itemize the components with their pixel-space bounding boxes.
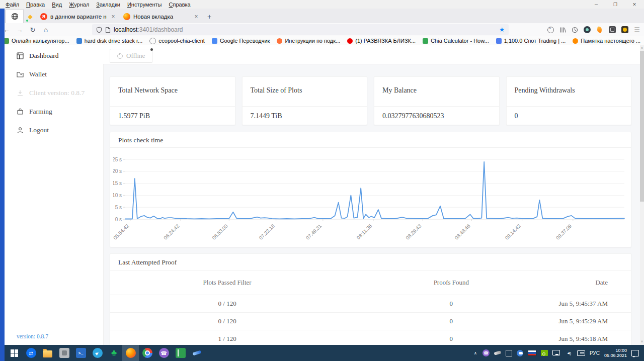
- reload-button[interactable]: [26, 26, 39, 34]
- bookmark-item[interactable]: Памятка настоящего ...: [569, 38, 644, 44]
- power-icon: [117, 53, 123, 59]
- extension-icon-2[interactable]: [596, 26, 603, 33]
- svg-text:08:48:46: 08:48:46: [454, 223, 472, 241]
- taskbar-powershell-button[interactable]: [72, 345, 89, 361]
- taskbar-firefox-button[interactable]: [122, 345, 139, 361]
- menu-item-6[interactable]: Справка: [166, 2, 194, 8]
- tray-box-icon[interactable]: [506, 350, 512, 356]
- bookmark-item[interactable]: ecopool-chia-client: [146, 38, 208, 44]
- translate-icon: [212, 38, 217, 44]
- new-tab-button[interactable]: [203, 10, 216, 23]
- offline-label: Offline: [126, 52, 145, 60]
- shield-icon[interactable]: [96, 27, 102, 33]
- home-button[interactable]: [39, 26, 52, 34]
- menu-item-2[interactable]: Вид: [48, 2, 65, 8]
- close-tab-icon[interactable]: [110, 13, 117, 20]
- download-icon: [17, 89, 24, 97]
- windows-taskbar: РУС10:0005.06.2021: [0, 345, 644, 361]
- tray-chevron-icon[interactable]: [473, 349, 478, 357]
- taskbar-telegram-button[interactable]: [89, 345, 106, 361]
- forward-button[interactable]: [13, 26, 26, 34]
- bookmarks-list: Онлайн калькулятор...hard disk drive sta…: [0, 38, 644, 44]
- table-title: Last Attempted Proof: [110, 254, 631, 270]
- extension-icon-4[interactable]: [621, 26, 628, 33]
- table-cell: 1 / 120: [110, 330, 344, 345]
- scroll-up-arrow[interactable]: [640, 45, 644, 50]
- url-text: localhost:3401/dashboard: [114, 26, 183, 33]
- extension-icon-3[interactable]: [609, 26, 616, 33]
- close-button[interactable]: [625, 0, 644, 9]
- tray-cloud-icon[interactable]: [517, 350, 523, 356]
- bookmark-item[interactable]: Google Переводчик: [208, 38, 274, 44]
- taskbar-viber-button[interactable]: [155, 345, 172, 361]
- column-header: Plots Passed Filter: [110, 270, 344, 295]
- bookmark-item[interactable]: Инструкции по подк...: [273, 38, 344, 44]
- farming-icon: [17, 108, 24, 115]
- tray-volume-icon[interactable]: [565, 349, 573, 357]
- stat-card-value: 7.1449 TiB: [243, 107, 367, 126]
- svg-text:09:37:09: 09:37:09: [555, 223, 573, 241]
- bookmark-item[interactable]: hard disk drive stack r...: [73, 38, 146, 44]
- restore-button[interactable]: [606, 0, 625, 9]
- pocket-icon[interactable]: [547, 27, 554, 33]
- taskbar-brush-button[interactable]: [189, 345, 205, 361]
- taskbar-start-button[interactable]: [6, 345, 23, 361]
- bookmark-item[interactable]: Онлайн калькулятор...: [0, 38, 73, 44]
- powershell-icon: [76, 348, 86, 358]
- extension-icon-1[interactable]: [584, 26, 591, 33]
- sidebar-item-wallet[interactable]: Wallet: [5, 65, 103, 83]
- chia-leaf-icon: [423, 38, 428, 44]
- tray-notifications-icon[interactable]: [631, 350, 639, 356]
- tab-yandex[interactable]: в данном варианте не капать: [37, 10, 120, 23]
- offline-button[interactable]: Offline: [110, 49, 152, 63]
- menu-item-3[interactable]: Журнал: [65, 2, 93, 8]
- tray-nvidia-icon[interactable]: [541, 350, 548, 356]
- url-bar[interactable]: localhost:3401/dashboard: [92, 24, 509, 35]
- stat-card-title: Pending Withdrawals: [507, 77, 631, 107]
- graybox-icon: [59, 348, 69, 358]
- globe-icon: [149, 38, 156, 44]
- table-row: 0 / 1200Jun 5, 9:45:29 AM: [110, 313, 631, 330]
- tray-flag-icon[interactable]: [528, 350, 536, 356]
- taskbar-graybox-button[interactable]: [56, 345, 72, 361]
- minimize-button[interactable]: [587, 0, 606, 9]
- sidebar-item-dashboard[interactable]: Dashboard: [5, 46, 103, 65]
- menu-item-4[interactable]: Закладки: [93, 2, 124, 8]
- tab-dashboard-active[interactable]: [6, 9, 24, 23]
- history-clock-icon[interactable]: [572, 27, 578, 33]
- taskbar-greenapp-button[interactable]: [106, 345, 122, 361]
- tab-pinned[interactable]: [24, 10, 37, 23]
- stat-card-title: Total Network Space: [110, 77, 235, 107]
- library-icon[interactable]: [559, 27, 566, 33]
- scroll-down-arrow[interactable]: [640, 339, 644, 344]
- bookmark-item[interactable]: Chia Calculator - How...: [419, 38, 493, 44]
- page-scrollbar[interactable]: [640, 45, 644, 345]
- menu-hamburger-icon[interactable]: [634, 26, 640, 34]
- bookmark-item[interactable]: (1) РАЗВЯЗКА БЛИЗК...: [344, 38, 419, 44]
- tray-keyboard-icon[interactable]: [577, 350, 585, 356]
- table-row: 1 / 1200Jun 5, 9:45:18 AM: [110, 330, 631, 345]
- taskbar-chrome-button[interactable]: [139, 345, 155, 361]
- taskbar-notes-button[interactable]: [172, 345, 189, 361]
- scrollbar-thumb[interactable]: [640, 51, 644, 202]
- tab-new-tab[interactable]: Новая вкладка: [120, 10, 203, 23]
- bookmark-star-icon[interactable]: [499, 26, 505, 33]
- menu-item-5[interactable]: Инструменты: [124, 2, 166, 8]
- taskbar-teamviewer-button[interactable]: [23, 345, 39, 361]
- sidebar-item-logout[interactable]: Logout: [5, 121, 103, 139]
- tray-clock[interactable]: 10:0005.06.2021: [604, 348, 627, 358]
- svg-text:25 s: 25 s: [113, 157, 122, 162]
- bookmark-item[interactable]: 1,100.0 Спот Trading | ...: [493, 38, 570, 44]
- menu-item-0[interactable]: Файл: [2, 2, 23, 8]
- yandex-icon: [40, 13, 47, 20]
- nav-toolbar: localhost:3401/dashboard: [0, 23, 644, 36]
- tray-swoosh-icon[interactable]: [494, 350, 501, 355]
- page-info-icon[interactable]: [105, 27, 111, 33]
- tray-language-indicator[interactable]: РУС: [590, 350, 600, 356]
- taskbar-explorer-button[interactable]: [39, 345, 56, 361]
- close-tab-icon[interactable]: [193, 13, 200, 20]
- tray-display-icon[interactable]: [552, 350, 560, 355]
- sidebar-item-farming[interactable]: Farming: [5, 102, 103, 121]
- tray-viber-icon[interactable]: [482, 349, 490, 356]
- menu-item-1[interactable]: Правка: [23, 2, 48, 8]
